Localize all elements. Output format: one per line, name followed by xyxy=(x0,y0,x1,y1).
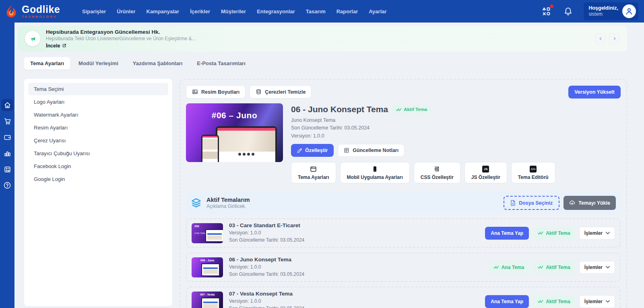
username-text: sistem xyxy=(588,11,618,17)
update-notes-button[interactable]: Güncelleme Notları xyxy=(338,144,405,157)
islemler-dropdown[interactable]: İşlemler xyxy=(579,227,615,240)
image-sizes-button[interactable]: Resim Boyutları xyxy=(186,85,246,99)
theme-row-actions: Ana Tema Yap Aktif Tema İşlemler xyxy=(485,227,615,240)
qa-css-ozellestir-button[interactable]: CSS Özelleştir xyxy=(414,162,460,183)
customize-button[interactable]: Özelleştir xyxy=(291,144,334,157)
upload-cloud-icon xyxy=(569,200,575,206)
theme-panel: Resim Boyutları Çerezleri Temizle Versiy… xyxy=(180,79,627,308)
islemler-dropdown[interactable]: İşlemler xyxy=(579,295,615,308)
menu-icerikler[interactable]: İçerikler xyxy=(190,8,210,14)
banner-subtitle: Hepsiburada Tekli Ürün Listeleme/Güncell… xyxy=(46,36,196,41)
upgrade-version-button[interactable]: Versiyon Yükselt xyxy=(568,86,621,99)
active-theme-badge: Aktif Tema xyxy=(392,105,431,113)
theme-row-title: 07 - Vesta Konsept Tema xyxy=(229,291,304,297)
active-theme-badge[interactable]: Aktif Tema xyxy=(533,296,575,308)
page-content: Hepsiburada Entegrasyon Güncellemesi Hk.… xyxy=(14,23,644,308)
avatar[interactable] xyxy=(622,4,636,18)
main-theme-badge[interactable]: Ana Tema xyxy=(489,261,529,273)
chevron-right-icon[interactable] xyxy=(609,33,620,44)
make-main-theme-button[interactable]: Ana Tema Yap xyxy=(485,227,529,240)
home-icon[interactable] xyxy=(1,99,13,111)
section-title: Aktif Temalarım xyxy=(206,197,250,203)
active-theme-badge[interactable]: Aktif Tema xyxy=(533,261,575,273)
tab-eposta-tasarimlari[interactable]: E-Posta Tasarımları xyxy=(191,57,251,70)
menu-ayarlar[interactable]: Ayarlar xyxy=(369,8,386,14)
menu-siparisler[interactable]: Siparişler xyxy=(82,8,106,14)
help-icon[interactable] xyxy=(1,179,13,191)
theme-thumbnail: #06 - Juno xyxy=(192,257,223,277)
apps-shortcuts-icon[interactable] xyxy=(540,5,552,17)
brand-logo[interactable]: Godlike TECHNOLOGY xyxy=(4,4,72,18)
qa-tema-ayarlari-button[interactable]: Tema Ayarları xyxy=(291,162,336,183)
theme-thumbnail: #07 - Vesta xyxy=(192,292,223,308)
double-check-icon xyxy=(538,265,543,269)
settings-item-resim-ayarlari[interactable]: Resim Ayarları xyxy=(28,121,168,134)
choose-file-button[interactable]: Dosya Seçiniz xyxy=(504,196,559,210)
double-check-icon xyxy=(396,108,402,111)
active-theme-detail: #06 – Juno 06 xyxy=(186,103,621,183)
main-menu: Siparişler Ürünler Kampanyalar İçerikler… xyxy=(82,8,387,14)
banner-title: Hepsiburada Entegrasyon Güncellemesi Hk. xyxy=(46,29,196,35)
settings-item-tema-secimi[interactable]: Tema Seçimi xyxy=(28,83,168,95)
design-tabs: Tema Ayarları Modül Yerleşimi Yazdırma Ş… xyxy=(24,57,627,70)
qa-mobil-uygulama-button[interactable]: Mobil Uygulama Ayarları xyxy=(340,162,410,183)
preview-tablet-mockup xyxy=(216,126,277,162)
settings-item-cerez-uyarisi[interactable]: Çerez Uyarısı xyxy=(28,134,168,147)
browser-window-icon xyxy=(310,166,317,172)
menu-musteriler[interactable]: Müşteriler xyxy=(221,8,246,14)
make-main-theme-button[interactable]: Ana Tema Yap xyxy=(485,295,529,308)
chevron-down-icon xyxy=(606,300,610,303)
mini-sidebar xyxy=(0,23,14,308)
cart-icon[interactable] xyxy=(1,115,13,127)
menu-urunler[interactable]: Ürünler xyxy=(117,8,135,14)
section-texts: Aktif Temalarım Açıklama Girilicek. xyxy=(206,197,250,209)
bell-icon[interactable] xyxy=(562,5,574,17)
theme-row-title: 03 - Care Standart E-Ticaret xyxy=(229,222,304,228)
qa-tema-editoru-button[interactable]: </> Tema Editörü xyxy=(511,162,555,183)
user-menu[interactable]: Hoşgeldiniz, sistem xyxy=(584,2,638,20)
active-theme-badge[interactable]: Aktif Tema xyxy=(533,227,575,239)
banner-incele-link[interactable]: İncele xyxy=(46,43,196,49)
tab-yazdirma-sablonlari[interactable]: Yazdırma Şablonları xyxy=(127,57,189,70)
menu-raporlar[interactable]: Raporlar xyxy=(336,8,358,14)
upload-theme-button[interactable]: Temayı Yükle xyxy=(564,196,616,210)
menu-entegrasyonlar[interactable]: Entegrasyonlar xyxy=(257,8,295,14)
theme-version: Versiyon: 1.0.0 xyxy=(291,132,555,140)
banner-texts: Hepsiburada Entegrasyon Güncellemesi Hk.… xyxy=(46,29,196,49)
islemler-dropdown[interactable]: İşlemler xyxy=(579,261,615,274)
menu-tasarim[interactable]: Tasarım xyxy=(306,8,326,14)
double-check-icon xyxy=(538,231,543,235)
bar-chart-icon[interactable] xyxy=(1,147,13,159)
navbar-right: Hoşgeldiniz, sistem xyxy=(540,2,638,20)
brand-subtitle: TECHNOLOGY xyxy=(22,15,60,18)
brush-icon xyxy=(297,148,302,153)
theme-row-info: 07 - Vesta Konsept Tema Versiyon: 1.0.0 … xyxy=(229,291,304,308)
settings-item-google-login[interactable]: Google Login xyxy=(28,173,168,185)
wallet-icon[interactable] xyxy=(1,131,13,143)
code-icon: </> xyxy=(530,166,537,172)
settings-item-tarayici-cubugu[interactable]: Tarayıcı Çubuğu Uyarısı xyxy=(28,147,168,160)
calculator-icon[interactable] xyxy=(1,163,13,175)
theme-detail-info: 06 - Juno Konsept Tema Aktif Tema Juno K… xyxy=(291,103,555,183)
menu-kampanyalar[interactable]: Kampanyalar xyxy=(147,8,180,14)
clear-cookies-button[interactable]: Çerezleri Temizle xyxy=(250,85,312,99)
file-icon xyxy=(510,200,516,206)
theme-meta: Juno Konsept Tema Son Güncelleme Tarihi:… xyxy=(291,117,555,140)
user-greeting: Hoşgeldiniz, sistem xyxy=(588,5,618,18)
theme-row-vesta: #07 - Vesta 07 - Vesta Konsept Tema Vers… xyxy=(186,287,621,308)
settings-item-watermark[interactable]: Watermark Ayarları xyxy=(28,109,168,121)
tab-modul-yerlesimi[interactable]: Modül Yerleşimi xyxy=(72,57,124,70)
quick-actions: Tema Ayarları Mobil Uygulama Ayarları CS… xyxy=(291,162,555,183)
settings-item-facebook-login[interactable]: Facebook Login xyxy=(28,160,168,172)
chevron-down-icon xyxy=(606,266,610,269)
chevron-left-icon[interactable] xyxy=(595,33,606,44)
tab-tema-ayarlari[interactable]: Tema Ayarları xyxy=(24,57,70,70)
image-icon xyxy=(192,89,198,95)
settings-item-logo-ayarlari[interactable]: Logo Ayarları xyxy=(28,96,168,108)
flame-logo-icon xyxy=(4,4,19,18)
preview-label: #06 – Juno xyxy=(186,111,283,120)
theme-row-meta: Versiyon: 1.0.0 Son Güncelleme Tarihi: 0… xyxy=(229,263,304,278)
qa-js-ozellestir-button[interactable]: JS JS Özelleştir xyxy=(464,162,507,183)
cookies-icon xyxy=(256,89,262,95)
css-stack-icon xyxy=(433,166,440,172)
